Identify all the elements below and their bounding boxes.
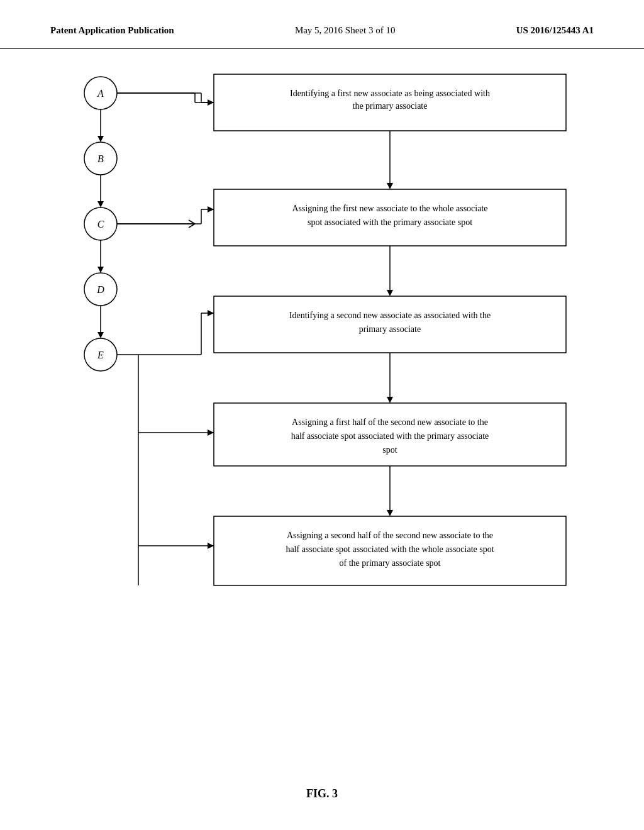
svg-text:half associate spot associated: half associate spot associated with the … <box>286 545 494 554</box>
svg-marker-52 <box>208 429 214 436</box>
svg-text:Identifying a second new assoc: Identifying a second new associate as as… <box>289 311 491 320</box>
svg-text:Assigning the first new associ: Assigning the first new associate to the… <box>292 204 487 213</box>
svg-marker-36 <box>208 206 214 213</box>
svg-text:E: E <box>97 350 104 360</box>
svg-marker-41 <box>387 290 393 296</box>
svg-text:of the primary associate spot: of the primary associate spot <box>340 558 441 568</box>
svg-text:spot: spot <box>382 445 397 455</box>
diagram-container: A B C D E Identifyin <box>0 49 644 750</box>
svg-text:primary associate: primary associate <box>359 324 421 334</box>
svg-text:the primary associate: the primary associate <box>353 101 428 111</box>
svg-line-32 <box>189 224 195 228</box>
svg-marker-3 <box>97 136 104 142</box>
svg-marker-50 <box>387 397 393 403</box>
svg-marker-27 <box>208 99 214 106</box>
svg-marker-15 <box>97 332 104 338</box>
figure-caption: FIG. 3 <box>0 787 644 826</box>
svg-text:D: D <box>96 284 104 295</box>
svg-text:B: B <box>97 153 104 164</box>
svg-marker-29 <box>387 183 393 189</box>
svg-text:Identifying a first new associ: Identifying a first new associate as bei… <box>290 89 490 98</box>
page-header: Patent Application Publication May 5, 20… <box>0 0 644 49</box>
svg-text:Assigning a second half of the: Assigning a second half of the second ne… <box>287 531 493 540</box>
diagram-svg: A B C D E Identifyin <box>50 68 591 728</box>
svg-marker-11 <box>97 267 104 273</box>
svg-text:spot associated with the prima: spot associated with the primary associa… <box>308 218 472 227</box>
svg-marker-7 <box>97 201 104 208</box>
svg-text:half associate spot associated: half associate spot associated with the … <box>291 431 489 441</box>
svg-marker-58 <box>387 510 393 516</box>
header-publication-type: Patent Application Publication <box>50 25 174 36</box>
svg-text:A: A <box>97 88 104 99</box>
svg-marker-60 <box>208 543 214 549</box>
header-patent-number: US 2016/125443 A1 <box>516 25 594 36</box>
header-date-sheet: May 5, 2016 Sheet 3 of 10 <box>295 25 396 36</box>
svg-text:C: C <box>97 219 104 230</box>
svg-text:Assigning a first half of the : Assigning a first half of the second new… <box>292 418 488 427</box>
svg-marker-45 <box>208 310 214 316</box>
svg-line-31 <box>189 220 195 224</box>
